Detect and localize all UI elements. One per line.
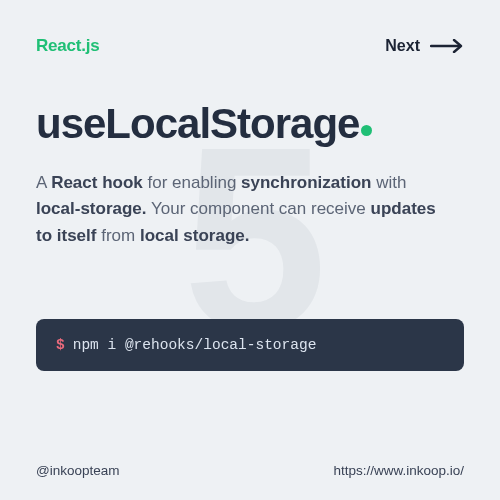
desc-text: from	[96, 226, 139, 245]
social-handle: @inkoopteam	[36, 463, 120, 478]
page-title: useLocalStorage	[36, 100, 359, 147]
shell-command: npm i @rehooks/local-storage	[73, 337, 317, 353]
next-label: Next	[385, 37, 420, 55]
desc-text: Your component can receive	[147, 199, 371, 218]
desc-text: with	[371, 173, 406, 192]
desc-bold: local-storage.	[36, 199, 147, 218]
description: A React hook for enabling synchronizatio…	[36, 170, 446, 249]
desc-text: for enabling	[143, 173, 241, 192]
desc-bold: React hook	[51, 173, 143, 192]
website-url: https://www.inkoop.io/	[333, 463, 464, 478]
brand-label: React.js	[36, 36, 100, 56]
accent-dot-icon	[361, 125, 372, 136]
desc-bold: synchronization	[241, 173, 371, 192]
shell-prompt: $	[56, 337, 65, 353]
code-block: $ npm i @rehooks/local-storage	[36, 319, 464, 371]
desc-text: A	[36, 173, 51, 192]
desc-bold: local storage.	[140, 226, 250, 245]
arrow-right-icon	[430, 39, 464, 53]
title-row: useLocalStorage	[36, 100, 464, 148]
next-button[interactable]: Next	[385, 37, 464, 55]
footer: @inkoopteam https://www.inkoop.io/	[36, 463, 464, 478]
card: React.js Next 5 useLocalStorage A React …	[0, 0, 500, 500]
header: React.js Next	[36, 36, 464, 56]
